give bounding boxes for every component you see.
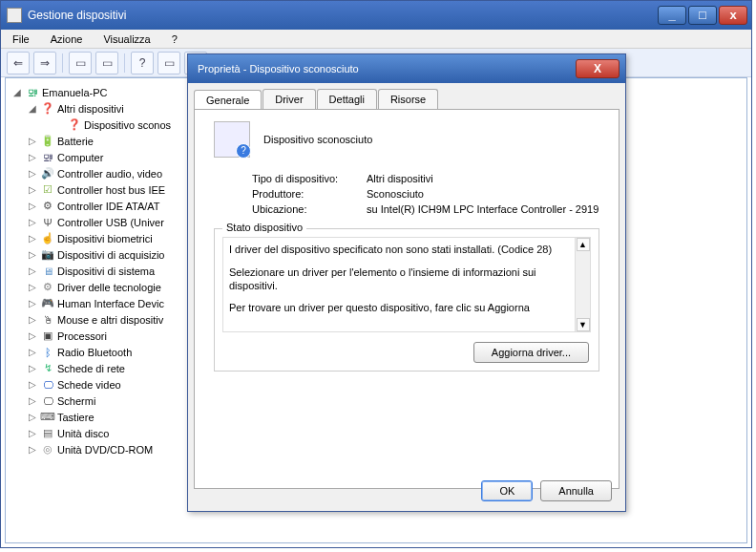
expander-icon[interactable]: ▷ — [27, 184, 38, 195]
scroll-up-icon[interactable]: ▲ — [577, 238, 590, 251]
status-line-2: Selezionare un driver per l'elemento o l… — [229, 266, 573, 293]
menu-file[interactable]: File — [9, 32, 33, 47]
tree-item-label: Tastiere — [57, 412, 94, 423]
expander-icon[interactable]: ▷ — [27, 233, 38, 244]
expander-icon[interactable]: ▷ — [27, 136, 38, 146]
device-icon — [214, 121, 250, 158]
expander-icon[interactable]: ▷ — [27, 347, 38, 357]
status-textarea[interactable]: I driver del dispositivo specificato non… — [222, 237, 591, 332]
main-window-title: Gestione dispositivi — [28, 9, 658, 22]
main-titlebar[interactable]: Gestione dispositivi _ □ x — [1, 1, 751, 30]
collapse-icon[interactable]: ◢ — [11, 87, 23, 97]
expander-icon[interactable]: ▷ — [27, 395, 38, 406]
tab-dettagli[interactable]: Dettagli — [317, 89, 377, 109]
category-icon: 📷 — [40, 248, 55, 262]
tree-item-label: Mouse e altri dispositiv — [57, 314, 163, 326]
menu-help[interactable]: ? — [168, 32, 181, 47]
toolbar-help-button[interactable]: ? — [131, 52, 154, 74]
expander-icon[interactable]: ▷ — [27, 330, 38, 341]
toolbar-back-button[interactable]: ⇐ — [7, 52, 30, 74]
expander-icon[interactable]: ▷ — [27, 428, 38, 438]
expander-icon[interactable]: ▷ — [27, 201, 38, 211]
toolbar-separator — [62, 53, 63, 73]
category-icon: ❓ — [40, 102, 55, 116]
toolbar-separator — [124, 53, 125, 73]
status-groupbox: Stato dispositivo I driver del dispositi… — [214, 228, 599, 372]
expander-icon[interactable]: ▷ — [27, 249, 38, 260]
tree-child-label: Dispositivo sconos — [84, 119, 171, 131]
category-icon: ⚙ — [40, 281, 55, 294]
label-produttore: Produttore: — [252, 188, 367, 200]
category-icon: ☝ — [40, 232, 55, 245]
tabstrip: Generale Driver Dettagli Risorse — [188, 83, 625, 109]
category-icon: ⌨ — [40, 411, 55, 424]
category-icon: 🎮 — [40, 297, 55, 310]
expander-icon[interactable]: ▷ — [27, 444, 38, 455]
toolbar-btn-3[interactable]: ▭ — [158, 52, 180, 74]
expander-icon[interactable]: ▷ — [27, 412, 38, 422]
value-tipo: Altri dispositivi — [367, 173, 599, 184]
toolbar-btn-2[interactable]: ▭ — [95, 52, 118, 74]
tree-item-label: Computer — [57, 152, 103, 163]
expander-icon[interactable]: ▷ — [27, 152, 38, 162]
toolbar-btn-1[interactable]: ▭ — [69, 52, 92, 74]
category-icon: 🔋 — [40, 135, 55, 148]
category-icon: ᛒ — [40, 346, 55, 359]
tree-root-label: Emanuela-PC — [42, 87, 107, 98]
expander-icon[interactable]: ▷ — [27, 217, 38, 227]
tree-item-label: Controller host bus IEE — [57, 184, 165, 196]
expander-icon[interactable]: ▷ — [27, 168, 38, 179]
tree-item-label: Radio Bluetooth — [57, 347, 132, 358]
tree-item-label: Unità DVD/CD-ROM — [57, 444, 153, 456]
expander-icon[interactable]: ▷ — [27, 379, 38, 390]
label-tipo: Tipo di dispositivo: — [252, 173, 367, 184]
tree-item-label: Processori — [57, 330, 107, 342]
tree-item-label: Batterie — [57, 136, 94, 147]
category-icon: 🖥 — [40, 265, 55, 278]
tab-risorse[interactable]: Risorse — [378, 89, 438, 109]
tree-item-label: Dispositivi di sistema — [57, 265, 155, 277]
toolbar-forward-button[interactable]: ⇒ — [33, 52, 56, 74]
app-icon — [7, 8, 22, 23]
category-icon: 🔊 — [40, 167, 55, 180]
computer-icon: 🖳 — [25, 86, 40, 99]
status-scrollbar[interactable]: ▲ ▼ — [575, 238, 590, 331]
category-icon: 🖳 — [40, 151, 55, 164]
dialog-close-button[interactable]: X — [576, 59, 620, 78]
label-ubicazione: Ubicazione: — [252, 203, 367, 215]
status-line-1: I driver del dispositivo specificato non… — [229, 244, 573, 257]
tree-item-label: Schede video — [57, 379, 121, 391]
scroll-down-icon[interactable]: ▼ — [577, 318, 590, 331]
status-line-3: Per trovare un driver per questo disposi… — [229, 302, 573, 315]
category-icon: Ψ — [40, 216, 55, 229]
menu-azione[interactable]: Azione — [47, 32, 87, 47]
expander-icon[interactable]: ▷ — [27, 363, 38, 373]
value-produttore: Sconosciuto — [367, 188, 599, 200]
dialog-titlebar[interactable]: Proprietà - Dispositivo sconosciuto X — [188, 54, 625, 83]
properties-dialog: Proprietà - Dispositivo sconosciuto X Ge… — [187, 53, 626, 512]
menu-visualizza[interactable]: Visualizza — [99, 32, 154, 47]
dialog-title: Proprietà - Dispositivo sconosciuto — [198, 63, 576, 74]
maximize-button[interactable]: □ — [688, 6, 717, 25]
expander-icon[interactable]: ▷ — [27, 298, 38, 308]
expander-icon[interactable]: ▷ — [27, 314, 38, 325]
expander-icon[interactable]: ▷ — [27, 282, 38, 292]
expander-icon[interactable]: ◢ — [27, 103, 38, 114]
tree-item-label: Human Interface Devic — [57, 298, 164, 309]
menubar: File Azione Visualizza ? — [1, 30, 751, 49]
category-icon: ▣ — [40, 329, 55, 343]
close-button[interactable]: x — [719, 6, 747, 25]
minimize-button[interactable]: _ — [658, 6, 686, 25]
device-name: Dispositivo sconosciuto — [263, 134, 372, 145]
ok-button[interactable]: OK — [481, 480, 533, 501]
tab-panel-generale: Dispositivo sconosciuto Tipo di disposit… — [194, 109, 620, 489]
tree-item-label: Controller IDE ATA/AT — [57, 201, 160, 212]
cancel-button[interactable]: Annulla — [540, 480, 612, 501]
tab-driver[interactable]: Driver — [262, 89, 315, 109]
category-icon: ▤ — [40, 427, 55, 440]
expander-icon[interactable]: ▷ — [27, 265, 38, 276]
category-icon: ◎ — [40, 443, 55, 456]
update-driver-button[interactable]: Aggiorna driver... — [473, 342, 589, 363]
value-ubicazione: su Intel(R) ICH9M LPC Interface Controll… — [367, 203, 599, 215]
tab-generale[interactable]: Generale — [194, 90, 262, 110]
